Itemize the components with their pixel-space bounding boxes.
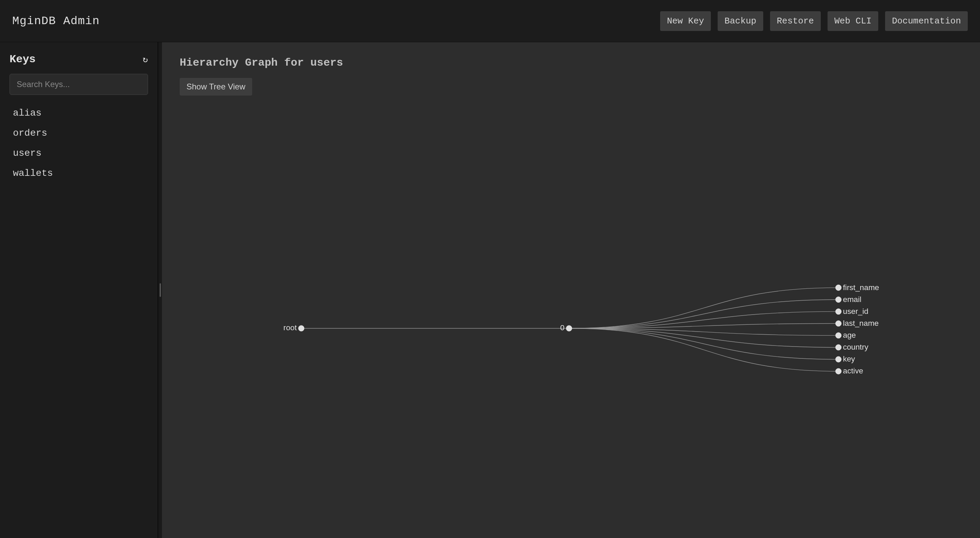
resize-grip-icon [159,283,161,297]
web-cli-button[interactable]: Web CLI [827,11,878,31]
backup-button[interactable]: Backup [718,11,763,31]
restore-button[interactable]: Restore [770,11,821,31]
svg-text:country: country [843,343,869,351]
key-item-alias[interactable]: alias [10,103,148,123]
svg-text:age: age [843,330,856,340]
sidebar-header: Keys ↻ [10,53,148,66]
key-item-users[interactable]: users [10,143,148,163]
svg-text:active: active [843,366,863,375]
app-title: MginDB Admin [12,14,100,27]
graph-container[interactable]: root0first_nameemailuser_idlast_nameagec… [180,102,962,522]
svg-point-16 [835,356,841,362]
resize-handle[interactable] [158,42,162,538]
key-list: alias orders users wallets [10,103,148,183]
key-item-wallets[interactable]: wallets [10,163,148,183]
svg-text:root: root [283,323,297,332]
sidebar-title: Keys [10,53,36,66]
svg-point-12 [835,333,841,338]
show-tree-view-button[interactable]: Show Tree View [180,78,252,95]
search-input[interactable] [10,74,148,95]
key-item-orders[interactable]: orders [10,123,148,143]
svg-text:0: 0 [560,323,565,332]
svg-point-18 [835,368,841,374]
header: MginDB Admin New Key Backup Restore Web … [0,0,980,42]
svg-point-10 [835,321,841,327]
header-buttons: New Key Backup Restore Web CLI Documenta… [660,11,968,31]
svg-text:key: key [843,354,855,363]
svg-point-0 [298,325,304,331]
svg-point-2 [566,325,572,331]
documentation-button[interactable]: Documentation [885,11,968,31]
svg-text:last_name: last_name [843,319,878,327]
svg-text:user_id: user_id [843,307,869,316]
new-key-button[interactable]: New Key [660,11,711,31]
hierarchy-graph: root0first_nameemailuser_idlast_nameagec… [180,102,962,522]
svg-text:email: email [843,295,861,304]
content: Hierarchy Graph for users Show Tree View… [162,42,980,538]
main-container: Keys ↻ alias orders users wallets Hierar… [0,42,980,538]
svg-point-14 [835,344,841,350]
sidebar: Keys ↻ alias orders users wallets [0,42,158,538]
svg-point-4 [835,285,841,290]
content-title: Hierarchy Graph for users [180,56,962,69]
svg-point-8 [835,309,841,314]
svg-point-6 [835,297,841,302]
refresh-icon[interactable]: ↻ [143,54,148,65]
svg-text:first_name: first_name [843,283,879,292]
